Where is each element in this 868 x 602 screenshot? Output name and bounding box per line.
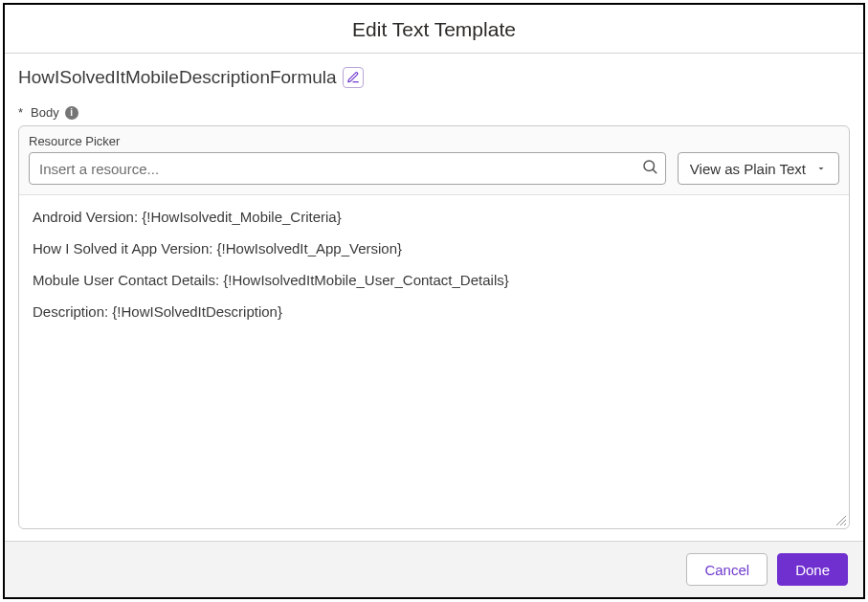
info-icon[interactable]: i — [65, 106, 78, 120]
chevron-down-icon — [815, 161, 827, 177]
done-button[interactable]: Done — [777, 553, 848, 586]
view-mode-label: View as Plain Text — [690, 161, 806, 177]
view-mode-button[interactable]: View as Plain Text — [678, 152, 839, 185]
resource-picker-label: Resource Picker — [29, 134, 666, 148]
body-line: Description: {!HowISolvedItDescription} — [33, 303, 835, 320]
body-line: How I Solved it App Version: {!HowIsolve… — [33, 240, 835, 256]
resize-handle-icon[interactable] — [834, 513, 847, 526]
modal-footer: Cancel Done — [5, 541, 863, 597]
body-line: Mobule User Contact Details: {!HowIsolve… — [33, 272, 835, 288]
resource-picker-column: Resource Picker — [29, 134, 666, 185]
edit-name-button[interactable] — [343, 67, 364, 88]
body-section: Resource Picker View a — [18, 125, 850, 529]
resource-picker-input[interactable] — [29, 152, 666, 185]
body-label: Body — [31, 105, 59, 120]
cancel-button[interactable]: Cancel — [686, 553, 768, 586]
edit-text-template-modal: Edit Text Template HowISolvedItMobileDes… — [3, 3, 865, 599]
body-line: Android Version: {!HowIsolvedit_Mobile_C… — [33, 209, 835, 225]
template-name: HowISolvedItMobileDescriptionFormula — [18, 67, 337, 88]
modal-title: Edit Text Template — [5, 5, 863, 53]
picker-row: Resource Picker View a — [19, 126, 849, 194]
template-name-row: HowISolvedItMobileDescriptionFormula — [18, 67, 850, 88]
resource-picker-wrapper — [29, 152, 666, 185]
svg-line-4 — [844, 524, 846, 525]
body-editor[interactable]: Android Version: {!HowIsolvedit_Mobile_C… — [19, 194, 849, 528]
required-asterisk: * — [18, 105, 23, 120]
body-label-row: * Body i — [18, 105, 850, 120]
modal-content: HowISolvedItMobileDescriptionFormula * B… — [5, 54, 863, 541]
pencil-icon — [346, 71, 360, 84]
